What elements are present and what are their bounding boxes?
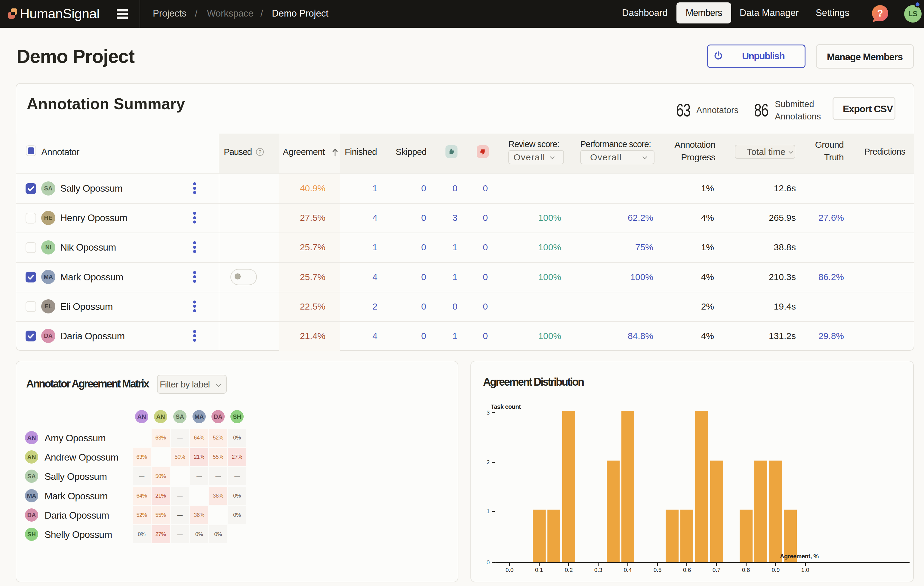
svg-text:?: ? <box>877 8 883 19</box>
